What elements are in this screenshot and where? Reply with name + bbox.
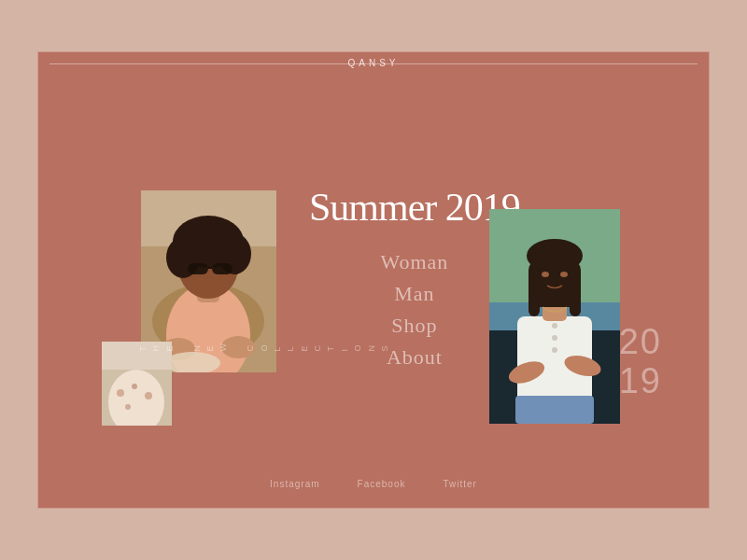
year-decoration: 2019 bbox=[619, 323, 662, 401]
svg-rect-11 bbox=[188, 263, 208, 274]
svg-point-20 bbox=[117, 389, 124, 397]
brand-logo[interactable]: QANSY bbox=[347, 58, 399, 68]
nav-item-about[interactable]: About bbox=[309, 345, 520, 370]
nav-item-shop[interactable]: Shop bbox=[309, 314, 520, 338]
main-content: Summer 2019 Woman Man Shop About bbox=[309, 188, 520, 370]
social-links: Instagram Facebook Twitter bbox=[270, 479, 477, 489]
outer-background: QANSY bbox=[0, 0, 747, 560]
nav-item-man[interactable]: Man bbox=[309, 282, 520, 306]
svg-point-23 bbox=[125, 404, 131, 410]
navigation: Woman Man Shop About bbox=[309, 250, 520, 370]
svg-point-9 bbox=[177, 225, 207, 259]
svg-rect-36 bbox=[570, 274, 581, 316]
nav-item-woman[interactable]: Woman bbox=[309, 250, 520, 274]
svg-point-30 bbox=[552, 347, 557, 353]
svg-point-22 bbox=[145, 392, 152, 399]
svg-point-29 bbox=[552, 335, 557, 341]
social-twitter[interactable]: Twitter bbox=[443, 479, 476, 489]
social-facebook[interactable]: Facebook bbox=[358, 479, 406, 489]
svg-point-28 bbox=[552, 323, 557, 329]
svg-point-21 bbox=[132, 384, 137, 389]
svg-rect-35 bbox=[529, 274, 540, 316]
svg-rect-12 bbox=[212, 263, 233, 274]
main-card: QANSY bbox=[37, 51, 710, 509]
photo-right-woman bbox=[489, 209, 620, 424]
social-instagram[interactable]: Instagram bbox=[270, 479, 319, 489]
svg-point-10 bbox=[212, 224, 238, 254]
svg-point-34 bbox=[527, 239, 583, 273]
svg-point-37 bbox=[542, 272, 549, 277]
svg-rect-41 bbox=[515, 396, 594, 424]
headline: Summer 2019 bbox=[309, 188, 520, 227]
photo-left-bottom bbox=[102, 342, 172, 426]
svg-point-38 bbox=[560, 272, 568, 277]
